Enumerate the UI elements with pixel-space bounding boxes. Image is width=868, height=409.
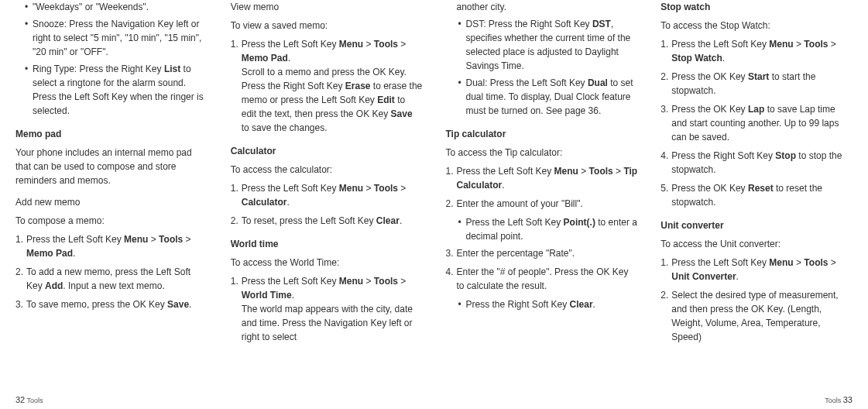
column-1: "Weekdays" or "Weekends". Snooze: Press … bbox=[15, 0, 208, 387]
step-item: 1. Press the Left Soft Key Menu > Tools … bbox=[660, 37, 853, 65]
step-number: 2. bbox=[660, 288, 668, 302]
intro-text: To access the World Time: bbox=[231, 256, 423, 270]
key-label: Calculator bbox=[242, 197, 287, 208]
step-number: 5. bbox=[660, 181, 668, 195]
key-label: Save bbox=[167, 299, 189, 310]
step-number: 2. bbox=[660, 70, 668, 84]
step-item: 1. Press the Left Soft Key Menu > Tools … bbox=[446, 164, 638, 192]
footer-left: 32 Tools bbox=[15, 394, 43, 407]
intro-text: Your phone includes an internal memo pad… bbox=[15, 146, 208, 187]
body-text: Press the OK Key bbox=[671, 104, 748, 115]
key-label: World Time bbox=[242, 290, 292, 301]
key-label: Memo Pad bbox=[26, 248, 73, 259]
page-number-left: 32 bbox=[15, 395, 25, 404]
list-item: Press the Right Soft Key Clear. bbox=[446, 297, 638, 311]
heading-calculator: Calculator bbox=[231, 144, 423, 158]
intro-text: To access the Tip calculator: bbox=[446, 146, 638, 160]
body-text: Press the Left Soft Key bbox=[242, 183, 339, 194]
body-text: Dual: Press the Left Soft Key bbox=[466, 77, 588, 88]
key-label: Reset bbox=[748, 183, 774, 194]
body-text: The world map appears with the city, dat… bbox=[242, 304, 413, 342]
body-text: Press the Right Soft Key bbox=[671, 150, 775, 161]
body-text: > bbox=[828, 257, 835, 268]
body-text: Press the Left Soft Key bbox=[466, 217, 564, 228]
body-text: > bbox=[794, 257, 805, 268]
body-text: Press the Right Soft Key bbox=[466, 299, 570, 310]
body-text: . bbox=[736, 271, 739, 282]
body-text: Press the Left Soft Key bbox=[242, 39, 339, 50]
footer-label-right: Tools bbox=[825, 397, 841, 404]
step-number: 1. bbox=[660, 256, 668, 270]
key-label: Tools bbox=[804, 257, 828, 268]
step-number: 1. bbox=[231, 181, 238, 195]
heading-add-new-memo: Add new memo bbox=[15, 195, 208, 209]
step-item: 2. To add a new memo, press the Left Sof… bbox=[15, 265, 208, 293]
step-number: 1. bbox=[660, 37, 668, 51]
heading-view-memo: View memo bbox=[231, 0, 423, 14]
body-text: . bbox=[722, 53, 725, 64]
page-columns: "Weekdays" or "Weekends". Snooze: Press … bbox=[15, 0, 853, 387]
key-label: Tools bbox=[589, 166, 613, 177]
intro-text: To view a saved memo: bbox=[231, 19, 423, 33]
key-label: Memo Pad bbox=[242, 53, 288, 64]
key-label: Dual bbox=[588, 77, 608, 88]
step-number: 2. bbox=[15, 265, 23, 279]
body-text: To reset, press the Left Soft Key bbox=[242, 215, 376, 226]
step-item: 2. Press the OK Key Start to start the s… bbox=[660, 70, 853, 98]
body-text: Press the OK Key bbox=[671, 183, 748, 194]
list-item: DST: Press the Right Soft Key DST, speci… bbox=[446, 17, 638, 73]
body-text: Enter the amount of your "Bill". bbox=[457, 198, 583, 209]
step-number: 1. bbox=[231, 274, 238, 288]
body-text: . bbox=[286, 197, 289, 208]
intro-text: To access the calculator: bbox=[231, 163, 423, 177]
column-4: Stop watch To access the Stop Watch: 1. … bbox=[660, 0, 853, 387]
body-text: Press the OK Key bbox=[671, 71, 748, 82]
body-text: Snooze: Press the Navigation Key left or… bbox=[33, 19, 201, 57]
body-text: > bbox=[613, 166, 624, 177]
list-item: Press the Left Soft Key Point(.) to ente… bbox=[446, 215, 638, 243]
body-text: . Input a new text memo. bbox=[63, 280, 164, 291]
step-item: 5. Press the OK Key Reset to reset the s… bbox=[660, 181, 853, 209]
step-number: 1. bbox=[446, 164, 454, 178]
body-text: . bbox=[288, 53, 290, 64]
list-item: Dual: Press the Left Soft Key Dual to se… bbox=[446, 76, 638, 118]
body-text: Enter the percentage "Rate". bbox=[457, 248, 575, 259]
list-item: Ring Type: Press the Right Key List to s… bbox=[15, 62, 208, 118]
key-label: Menu bbox=[339, 183, 363, 194]
step-item: 1. Press the Left Soft Key Menu > Tools … bbox=[15, 232, 208, 260]
key-label: Tools bbox=[374, 183, 398, 194]
body-text: . bbox=[400, 215, 402, 226]
key-label: Clear bbox=[570, 299, 593, 310]
body-text: Ring Type: Press the Right Key bbox=[33, 64, 164, 74]
body-text: > bbox=[578, 166, 589, 177]
step-number: 4. bbox=[446, 265, 454, 279]
page-number-right: 33 bbox=[843, 395, 853, 404]
step-number: 4. bbox=[660, 149, 668, 163]
key-label: Menu bbox=[339, 276, 363, 287]
body-text: Press the Left Soft Key bbox=[242, 276, 339, 287]
step-item: 3. Enter the percentage "Rate". bbox=[446, 246, 638, 260]
step-item: 4. Press the Right Soft Key Stop to stop… bbox=[660, 149, 853, 177]
step-number: 2. bbox=[446, 197, 454, 211]
step-number: 3. bbox=[15, 297, 23, 311]
step-item: 2. Select the desired type of measuremen… bbox=[660, 288, 853, 344]
key-label: Menu bbox=[554, 166, 578, 177]
body-text: Press the Left Soft Key bbox=[457, 166, 554, 177]
key-label: Menu bbox=[339, 39, 363, 50]
step-item: 2. Enter the amount of your "Bill". bbox=[446, 197, 638, 211]
body-text: > bbox=[363, 276, 374, 287]
body-text: > bbox=[794, 39, 805, 50]
body-text: > bbox=[363, 183, 374, 194]
key-label: Point(.) bbox=[564, 217, 595, 228]
body-text: Enter the "# of people". Press the OK Ke… bbox=[457, 266, 629, 291]
body-text: > bbox=[398, 276, 406, 287]
key-label: Tools bbox=[374, 276, 398, 287]
body-text: to save the changes. bbox=[242, 122, 328, 133]
key-label: Add bbox=[45, 280, 63, 291]
body-text: . bbox=[292, 290, 294, 301]
step-item: 3. To save memo, press the OK Key Save. bbox=[15, 297, 208, 311]
footer-right: Tools 33 bbox=[825, 394, 853, 407]
continuation-text: another city. bbox=[446, 0, 638, 14]
step-number: 3. bbox=[446, 246, 454, 260]
column-3: another city. DST: Press the Right Soft … bbox=[446, 0, 638, 387]
